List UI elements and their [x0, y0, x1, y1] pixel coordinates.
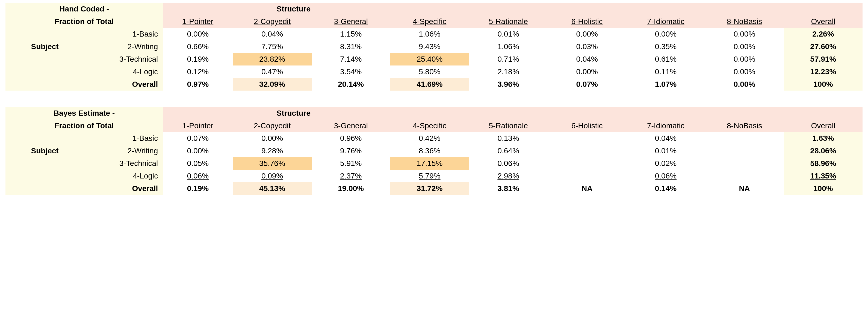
- data-cell: 35.76%: [233, 157, 312, 170]
- data-cell: 0.19%: [163, 53, 233, 66]
- data-cell: 45.13%: [233, 182, 312, 195]
- column-header: Overall: [784, 15, 863, 28]
- data-cell: 2.18%: [469, 66, 548, 78]
- data-cell: 0.09%: [233, 170, 312, 182]
- data-cell: [548, 145, 626, 157]
- data-cell: 8.31%: [312, 40, 390, 53]
- data-cell: 0.11%: [626, 66, 705, 78]
- data-cell: 0.64%: [469, 145, 548, 157]
- row-label: Overall: [84, 182, 163, 195]
- data-cell: NA: [705, 182, 784, 195]
- data-cell: 1.06%: [469, 40, 548, 53]
- data-cell: 41.69%: [390, 78, 469, 91]
- row-label: 4-Logic: [84, 170, 163, 182]
- data-cell: 0.71%: [469, 53, 548, 66]
- data-cell: 0.42%: [390, 132, 469, 145]
- data-cell: 0.07%: [548, 78, 626, 91]
- data-cell: 5.80%: [390, 66, 469, 78]
- row-label: 1-Basic: [84, 28, 163, 40]
- data-cell: 0.04%: [233, 28, 312, 40]
- data-cell: 0.01%: [469, 28, 548, 40]
- data-cell: 0.00%: [705, 66, 784, 78]
- data-cell: 0.05%: [163, 157, 233, 170]
- column-header: 5-Rationale: [469, 119, 548, 132]
- data-cell: 9.28%: [233, 145, 312, 157]
- data-cell: 0.02%: [626, 157, 705, 170]
- row-total-cell: 11.35%: [784, 170, 863, 182]
- data-cell: 1.07%: [626, 78, 705, 91]
- data-cell: NA: [548, 182, 626, 195]
- data-cell: 3.81%: [469, 182, 548, 195]
- data-cell: 31.72%: [390, 182, 469, 195]
- structure-heading: Structure: [233, 3, 784, 15]
- data-cell: [548, 132, 626, 145]
- subject-heading: Subject: [5, 145, 84, 157]
- data-cell: 3.96%: [469, 78, 548, 91]
- column-header: 2-Copyedit: [233, 15, 312, 28]
- table-subtitle: Fraction of Total: [5, 119, 163, 132]
- data-cell: 0.14%: [626, 182, 705, 195]
- column-header: 5-Rationale: [469, 15, 548, 28]
- data-cell: 2.98%: [469, 170, 548, 182]
- stub-blank: [5, 132, 84, 145]
- data-cell: 0.47%: [233, 66, 312, 78]
- column-header: 2-Copyedit: [233, 119, 312, 132]
- data-cell: 0.07%: [163, 132, 233, 145]
- column-header: 3-General: [312, 15, 390, 28]
- data-cell: [705, 145, 784, 157]
- data-cell: 0.97%: [163, 78, 233, 91]
- data-cell: 0.66%: [163, 40, 233, 53]
- data-cell: 0.00%: [548, 66, 626, 78]
- data-cell: 32.09%: [233, 78, 312, 91]
- data-cell: 0.00%: [626, 28, 705, 40]
- data-cell: 0.00%: [705, 78, 784, 91]
- column-header: 1-Pointer: [163, 15, 233, 28]
- crosstab-table: Hand Coded -StructureFraction of Total1-…: [5, 3, 863, 91]
- data-cell: 0.00%: [233, 132, 312, 145]
- data-cell: 25.40%: [390, 53, 469, 66]
- row-label: Overall: [84, 78, 163, 91]
- data-cell: 0.04%: [548, 53, 626, 66]
- data-cell: 19.00%: [312, 182, 390, 195]
- stub-blank: [5, 28, 84, 40]
- data-cell: 9.76%: [312, 145, 390, 157]
- data-cell: 0.00%: [163, 28, 233, 40]
- data-cell: 0.35%: [626, 40, 705, 53]
- column-header: 6-Holistic: [548, 119, 626, 132]
- table-title: Hand Coded -: [5, 3, 163, 15]
- crosstab-table: Bayes Estimate -StructureFraction of Tot…: [5, 107, 863, 195]
- row-label: 3-Technical: [84, 53, 163, 66]
- data-cell: 0.00%: [163, 145, 233, 157]
- row-total-cell: 58.96%: [784, 157, 863, 170]
- structure-heading: Structure: [233, 107, 784, 119]
- data-cell: 3.54%: [312, 66, 390, 78]
- data-cell: 0.03%: [548, 40, 626, 53]
- data-cell: 0.06%: [469, 157, 548, 170]
- column-header: 7-Idiomatic: [626, 15, 705, 28]
- column-header: 1-Pointer: [163, 119, 233, 132]
- row-label: 1-Basic: [84, 132, 163, 145]
- data-cell: 0.96%: [312, 132, 390, 145]
- row-total-cell: 28.06%: [784, 145, 863, 157]
- stub-blank: [5, 182, 84, 195]
- data-cell: 0.61%: [626, 53, 705, 66]
- data-cell: [548, 157, 626, 170]
- row-total-cell: 1.63%: [784, 132, 863, 145]
- header-blank: [784, 107, 863, 119]
- column-header: 4-Specific: [390, 15, 469, 28]
- data-cell: [705, 132, 784, 145]
- data-cell: 0.19%: [163, 182, 233, 195]
- data-cell: 9.43%: [390, 40, 469, 53]
- data-cell: 5.91%: [312, 157, 390, 170]
- data-cell: 1.15%: [312, 28, 390, 40]
- data-cell: 0.12%: [163, 66, 233, 78]
- column-header: 8-NoBasis: [705, 15, 784, 28]
- column-header: 4-Specific: [390, 119, 469, 132]
- stub-blank: [5, 170, 84, 182]
- data-cell: 0.06%: [626, 170, 705, 182]
- data-cell: 0.00%: [705, 28, 784, 40]
- data-cell: 2.37%: [312, 170, 390, 182]
- row-label: 4-Logic: [84, 66, 163, 78]
- header-blank: [163, 3, 233, 15]
- data-cell: 1.06%: [390, 28, 469, 40]
